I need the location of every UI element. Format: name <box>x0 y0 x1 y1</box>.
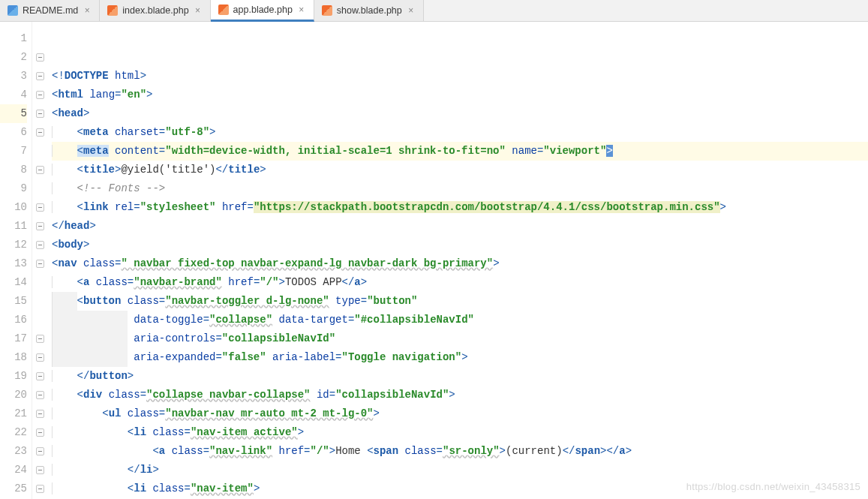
tab-index-blade[interactable]: index.blade.php × <box>100 0 210 21</box>
blade-file-icon <box>218 5 229 15</box>
tab-label: show.blade.php <box>337 5 402 16</box>
blade-file-icon <box>322 5 332 16</box>
editor-tabbar: README.md × index.blade.php × app.blade.… <box>0 0 868 22</box>
code-editor[interactable]: 1234567891011121314151617181920212223242… <box>0 22 868 499</box>
close-icon[interactable]: × <box>194 6 203 15</box>
tab-label: app.blade.php <box>233 5 293 15</box>
tab-show-blade[interactable]: show.blade.php × <box>314 0 424 21</box>
tab-app-blade[interactable]: app.blade.php × <box>211 0 314 22</box>
markdown-file-icon <box>8 5 18 16</box>
blade-file-icon <box>107 5 118 16</box>
tab-readme[interactable]: README.md × <box>0 0 100 21</box>
close-icon[interactable]: × <box>297 5 306 14</box>
fold-column <box>32 22 47 499</box>
code-area[interactable]: <!DOCTYPE html><html lang="en"><head> <m… <box>47 22 868 499</box>
line-number-gutter: 1234567891011121314151617181920212223242… <box>0 22 32 499</box>
tab-label: README.md <box>23 5 78 16</box>
tab-label: index.blade.php <box>122 5 188 16</box>
close-icon[interactable]: × <box>407 6 416 15</box>
close-icon[interactable]: × <box>83 6 92 15</box>
watermark-text: https://blog.csdn.net/weixin_43458315 <box>686 477 860 496</box>
